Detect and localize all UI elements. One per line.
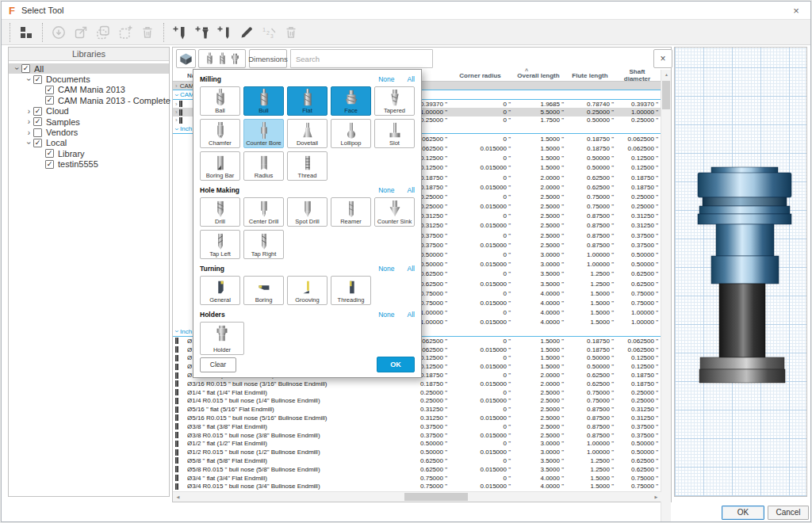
chevron-down-icon[interactable]: › xyxy=(25,139,33,147)
table-row[interactable]: Ø3/8 R0.015 " bull nose (3/8" Bullnose E… xyxy=(173,431,661,440)
scroll-down-icon[interactable]: ▼ xyxy=(661,518,672,522)
tool-type-face[interactable]: Face xyxy=(331,86,371,116)
table-row[interactable]: Ø1/2 " flat (1/2" Flat Endmill)0.50000 "… xyxy=(173,439,661,448)
header-corner-radius[interactable]: Corner radius xyxy=(450,72,513,79)
tool-type-flat[interactable]: Flat xyxy=(287,86,327,116)
chevron-right-icon[interactable]: › xyxy=(175,116,178,124)
scroll-up-icon[interactable]: ▲ xyxy=(661,70,672,80)
ok-button[interactable]: OK xyxy=(722,506,764,520)
tree-item-testin5555[interactable]: ✓testin5555 xyxy=(9,159,169,170)
select-none-link[interactable]: None xyxy=(378,186,394,194)
select-all-link[interactable]: All xyxy=(408,311,415,319)
chevron-down-icon[interactable]: › xyxy=(13,64,21,73)
chevron-right-icon[interactable]: › xyxy=(25,117,33,126)
table-row[interactable]: Ø5/8 R0.015 " bull nose (5/8" Bullnose E… xyxy=(173,465,661,474)
chevron-right-icon[interactable]: › xyxy=(25,128,33,137)
table-row[interactable]: Ø3/4 " flat (3/4" Flat Endmill)0.75000 "… xyxy=(173,474,661,483)
tool-type-lollipop[interactable]: Lollipop xyxy=(331,119,371,148)
table-row[interactable]: Ø1/4 R0.015 " bull nose (1/4" Bullnose E… xyxy=(173,397,661,406)
tool-type-boring[interactable]: Boring xyxy=(243,276,284,305)
scroll-right-icon[interactable]: ▶ xyxy=(651,492,661,502)
tree-item-cam-mania-2013[interactable]: ✓CAM Mania 2013 xyxy=(9,85,169,95)
filter-close-button[interactable]: × xyxy=(653,49,672,68)
tree-item-cam-mania-2013-complete[interactable]: ✓CAM Mania 2013 - Complete xyxy=(9,95,169,105)
tool-type-tap-right[interactable]: Tap Right xyxy=(243,230,284,259)
checkbox-checked[interactable]: ✓ xyxy=(45,160,54,169)
tool-type-threading[interactable]: Threading xyxy=(331,276,371,305)
chevron-down-icon[interactable]: › xyxy=(173,128,181,130)
table-row[interactable]: Ø3/8 " flat (3/8" Flat Endmill)0.37500 "… xyxy=(173,422,661,431)
tool-type-boring-bar[interactable]: Boring Bar xyxy=(200,151,240,181)
tool-type-filter-button[interactable] xyxy=(198,49,246,68)
chevron-down-icon[interactable]: › xyxy=(25,75,33,84)
scroll-left-icon[interactable]: ◀ xyxy=(173,492,183,502)
checkbox[interactable] xyxy=(33,128,42,137)
tree-item-local[interactable]: ›✓Local xyxy=(9,138,169,148)
tool-type-drill[interactable]: Drill xyxy=(200,197,240,227)
chevron-right-icon[interactable]: › xyxy=(175,101,178,108)
header-overall-length[interactable]: Overall length xyxy=(513,72,566,79)
checkbox-checked[interactable]: ✓ xyxy=(21,64,30,73)
tool-type-radius[interactable]: Radius xyxy=(243,151,284,181)
material-filter-button[interactable] xyxy=(176,49,196,68)
select-none-link[interactable]: None xyxy=(378,311,394,319)
select-all-link[interactable]: All xyxy=(408,186,415,194)
chevron-right-icon[interactable]: › xyxy=(175,109,178,116)
window-close-icon[interactable]: × xyxy=(789,5,803,17)
tool-type-tapered[interactable]: Tapered xyxy=(374,86,415,116)
table-row[interactable]: Ø3/4 R0.015 " bull nose (3/4" Bullnose E… xyxy=(173,482,661,491)
tool-type-tap-left[interactable]: Tap Left xyxy=(200,230,240,259)
dimensions-filter-button[interactable]: Dimensions xyxy=(249,49,287,68)
tool-type-bull[interactable]: Bull xyxy=(243,86,284,116)
checkbox-checked[interactable]: ✓ xyxy=(45,86,54,94)
chevron-down-icon[interactable]: › xyxy=(173,94,181,96)
select-none-link[interactable]: None xyxy=(378,75,394,83)
clear-button[interactable]: Clear xyxy=(200,357,236,372)
tool-type-dovetail[interactable]: Dovetail xyxy=(287,119,327,148)
table-row[interactable]: Ø5/8 " flat (5/8" Flat Endmill)0.62500 "… xyxy=(173,456,661,465)
tree-item-library[interactable]: ✓Library xyxy=(9,148,169,158)
tool-type-thread[interactable]: Thread xyxy=(287,151,327,181)
add-holder-button[interactable] xyxy=(191,21,213,43)
chevron-down-icon[interactable]: › xyxy=(173,330,181,333)
tool-type-counter-sink[interactable]: Counter Sink xyxy=(374,197,415,227)
chevron-right-icon[interactable]: › xyxy=(25,107,33,116)
add-turning-tool-button[interactable] xyxy=(213,21,236,43)
cancel-button[interactable]: Cancel xyxy=(768,506,809,520)
vertical-scrollbar[interactable]: ▲ ▼ xyxy=(661,70,671,522)
tool-type-slot[interactable]: Slot xyxy=(374,119,415,148)
edit-tool-button[interactable] xyxy=(236,21,258,43)
tool-type-spot-drill[interactable]: Spot Drill xyxy=(287,197,327,227)
tree-item-all[interactable]: ›✓All xyxy=(9,63,169,74)
tree-item-samples[interactable]: ›✓Samples xyxy=(9,116,169,127)
header-flute-length[interactable]: Flute length xyxy=(566,72,616,79)
horizontal-scrollbar[interactable]: ◀ ▶ xyxy=(173,491,661,502)
tree-item-documents[interactable]: ›✓Documents xyxy=(9,74,169,84)
tool-type-grooving[interactable]: Grooving xyxy=(287,276,327,305)
select-none-link[interactable]: None xyxy=(378,265,394,273)
table-row[interactable]: Ø3/16 R0.015 " bull nose (3/16" Bullnose… xyxy=(173,380,661,388)
horizontal-scroll-thumb[interactable] xyxy=(404,493,468,501)
table-row[interactable]: Ø5/16 " flat (5/16" Flat Endmill)0.31250… xyxy=(173,405,661,414)
select-all-link[interactable]: All xyxy=(408,75,415,83)
table-row[interactable]: Ø1/4 " flat (1/4" Flat Endmill)0.25000 "… xyxy=(173,388,661,397)
tool-type-general[interactable]: General xyxy=(200,276,240,305)
chevron-right-icon[interactable]: › xyxy=(175,82,178,90)
vertical-scroll-thumb[interactable] xyxy=(662,81,670,109)
table-row[interactable]: Ø1/2 R0.015 " bull nose (1/2" Bullnose E… xyxy=(173,448,661,456)
header-shaft-diameter[interactable]: Shaft diameter xyxy=(616,68,661,82)
add-mill-tool-button[interactable] xyxy=(169,21,191,43)
checkbox-checked[interactable]: ✓ xyxy=(45,149,54,158)
tree-item-vendors[interactable]: ›Vendors xyxy=(9,127,169,137)
select-all-link[interactable]: All xyxy=(408,265,415,273)
library-blocks-button[interactable] xyxy=(15,21,37,43)
checkbox-checked[interactable]: ✓ xyxy=(33,107,42,116)
table-row[interactable]: Ø5/16 R0.015 " bull nose (5/16" Bullnose… xyxy=(173,414,661,422)
tool-type-center-drill[interactable]: Center Drill xyxy=(243,197,284,227)
checkbox-checked[interactable]: ✓ xyxy=(33,139,42,147)
search-input[interactable] xyxy=(290,49,433,68)
checkbox-checked[interactable]: ✓ xyxy=(33,117,42,126)
tool-type-ball[interactable]: Ball xyxy=(200,86,240,116)
tree-item-cloud[interactable]: ›✓Cloud xyxy=(9,106,169,116)
tool-type-holder[interactable]: Holder xyxy=(200,322,244,355)
